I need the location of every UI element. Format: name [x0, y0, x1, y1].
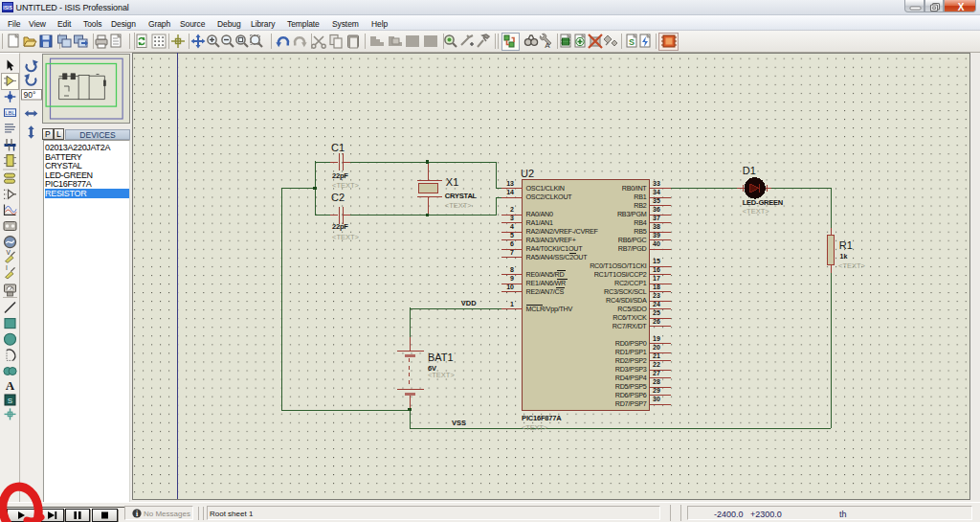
- svg-text:RC3/SCK/SCL: RC3/SCK/SCL: [604, 287, 647, 296]
- svg-text:RA4/T0CKI/C1OUT: RA4/T0CKI/C1OUT: [526, 244, 584, 253]
- svg-text:39: 39: [653, 232, 660, 238]
- svg-text:A: A: [545, 41, 550, 50]
- svg-text:BAT1: BAT1: [428, 352, 454, 363]
- svg-text:<TEXT>: <TEXT>: [522, 423, 548, 432]
- svg-text:9: 9: [510, 275, 514, 282]
- svg-text:D1: D1: [743, 165, 756, 176]
- svg-text:RB2: RB2: [634, 201, 646, 210]
- svg-text:RD7/PSP7: RD7/PSP7: [615, 399, 647, 408]
- svg-text:LBL: LBL: [5, 110, 15, 116]
- svg-text:RD0/PSP0: RD0/PSP0: [615, 339, 647, 348]
- svg-text:29: 29: [653, 387, 660, 394]
- svg-text:RB3/PGM: RB3/PGM: [617, 210, 647, 218]
- svg-text:26: 26: [653, 318, 660, 325]
- svg-text:RB7/PGD: RB7/PGD: [618, 244, 647, 253]
- svg-text:RB0/INT: RB0/INT: [622, 184, 648, 193]
- svg-text:X: X: [958, 2, 965, 12]
- svg-text:RC4/SDI/SDA: RC4/SDI/SDA: [606, 296, 647, 305]
- svg-text:22pF: 22pF: [332, 222, 348, 231]
- svg-text:I: I: [6, 264, 8, 271]
- svg-text:RB6/PGC: RB6/PGC: [618, 236, 647, 244]
- svg-text:36: 36: [653, 206, 660, 213]
- svg-text:RE1/AN6/WR: RE1/AN6/WR: [526, 279, 566, 287]
- svg-text:37: 37: [653, 215, 660, 221]
- svg-text:<TEXT>: <TEXT>: [332, 233, 360, 241]
- svg-text:S: S: [8, 397, 12, 405]
- svg-text:7: 7: [510, 249, 514, 256]
- svg-text:3: 3: [510, 215, 514, 221]
- svg-text:5: 5: [510, 232, 514, 238]
- svg-text:RE2/AN7/CS: RE2/AN7/CS: [526, 287, 565, 296]
- svg-text:28: 28: [653, 378, 660, 385]
- svg-text:<TEXT>: <TEXT>: [332, 181, 360, 190]
- svg-text:R1: R1: [839, 239, 853, 251]
- svg-text:RA5/AN4/SS/C2OUT: RA5/AN4/SS/C2OUT: [526, 253, 589, 261]
- svg-text:RA2/AN2/VREF-/CVREF: RA2/AN2/VREF-/CVREF: [526, 227, 599, 236]
- svg-text:MCLR/Vpp/THV: MCLR/Vpp/THV: [526, 305, 573, 313]
- svg-text:38: 38: [653, 223, 660, 230]
- svg-text:<TEXT>: <TEXT>: [428, 371, 456, 379]
- svg-text:22pF: 22pF: [332, 171, 348, 180]
- svg-text:22: 22: [653, 361, 660, 368]
- svg-text:20: 20: [653, 344, 660, 351]
- svg-text:23: 23: [653, 292, 660, 299]
- svg-text:RD2/PSP2: RD2/PSP2: [615, 356, 647, 365]
- svg-text:RC5/SDO: RC5/SDO: [617, 305, 647, 313]
- svg-text:RC0/T1OSO/T1CKI: RC0/T1OSO/T1CKI: [590, 261, 647, 270]
- svg-text:21: 21: [653, 352, 660, 359]
- svg-text:RB4: RB4: [634, 218, 646, 227]
- svg-text:RC6/TX/CK: RC6/TX/CK: [612, 313, 647, 322]
- svg-text:17: 17: [653, 275, 660, 282]
- svg-text:RD6/PSP6: RD6/PSP6: [615, 391, 647, 399]
- svg-text:PIC16F877A: PIC16F877A: [522, 414, 562, 422]
- svg-text:OSC2/CLKOUT: OSC2/CLKOUT: [526, 193, 573, 201]
- svg-text:LED-GREEN: LED-GREEN: [743, 198, 783, 207]
- svg-text:V: V: [7, 249, 11, 256]
- svg-text:40: 40: [653, 240, 660, 247]
- svg-text:RD4/PSP4: RD4/PSP4: [615, 374, 647, 382]
- svg-text:4: 4: [510, 223, 514, 230]
- svg-text:18: 18: [653, 284, 660, 290]
- svg-text:24: 24: [653, 301, 660, 307]
- svg-text:27: 27: [653, 370, 660, 376]
- svg-text:RD1/PSP1: RD1/PSP1: [615, 348, 647, 356]
- svg-text:RA1/AN1: RA1/AN1: [526, 218, 553, 227]
- svg-text:35: 35: [653, 197, 660, 204]
- svg-text:8: 8: [510, 266, 514, 273]
- svg-text:34: 34: [653, 189, 660, 195]
- svg-text:10: 10: [506, 284, 514, 290]
- svg-text:RC1/T1OSI/CCP2: RC1/T1OSI/CCP2: [594, 270, 647, 279]
- svg-text:U2: U2: [521, 168, 534, 179]
- svg-text:RE0/AN5/RD: RE0/AN5/RD: [526, 270, 565, 279]
- svg-text:14: 14: [506, 189, 514, 195]
- svg-text:CRYSTAL: CRYSTAL: [445, 192, 478, 200]
- svg-text:C1: C1: [331, 142, 345, 153]
- svg-text:RB5: RB5: [634, 227, 646, 236]
- svg-text:1: 1: [510, 301, 514, 307]
- svg-text:VDD: VDD: [461, 299, 477, 307]
- svg-text:S: S: [629, 37, 635, 47]
- svg-text:VSS: VSS: [452, 419, 466, 427]
- svg-text:RC2/CCP1: RC2/CCP1: [614, 279, 647, 287]
- svg-text:33: 33: [653, 180, 660, 187]
- svg-text:RD5/PSP5: RD5/PSP5: [615, 382, 647, 391]
- svg-text:6: 6: [510, 240, 514, 247]
- svg-text:RC7/RX/DT: RC7/RX/DT: [612, 322, 648, 330]
- svg-text:1k: 1k: [840, 253, 848, 260]
- svg-text:RD3/PSP3: RD3/PSP3: [615, 365, 647, 374]
- svg-text:OSC1/CLKIN: OSC1/CLKIN: [526, 184, 565, 193]
- svg-text:25: 25: [653, 309, 660, 316]
- svg-text:C2: C2: [331, 192, 345, 203]
- svg-text:RA3/AN3/VREF+: RA3/AN3/VREF+: [526, 236, 576, 244]
- svg-text:<TEXT>: <TEXT>: [838, 261, 866, 270]
- svg-text:RB1: RB1: [634, 193, 646, 201]
- svg-text:19: 19: [653, 335, 660, 342]
- svg-text:RA0/AN0: RA0/AN0: [526, 210, 553, 218]
- svg-text:30: 30: [653, 396, 660, 402]
- svg-text:A: A: [6, 378, 15, 393]
- svg-text:2: 2: [510, 206, 514, 213]
- svg-text:<TEXT>: <TEXT>: [743, 207, 770, 216]
- svg-text:16: 16: [653, 266, 660, 273]
- svg-text:15: 15: [653, 258, 660, 264]
- svg-text:90°: 90°: [24, 90, 36, 100]
